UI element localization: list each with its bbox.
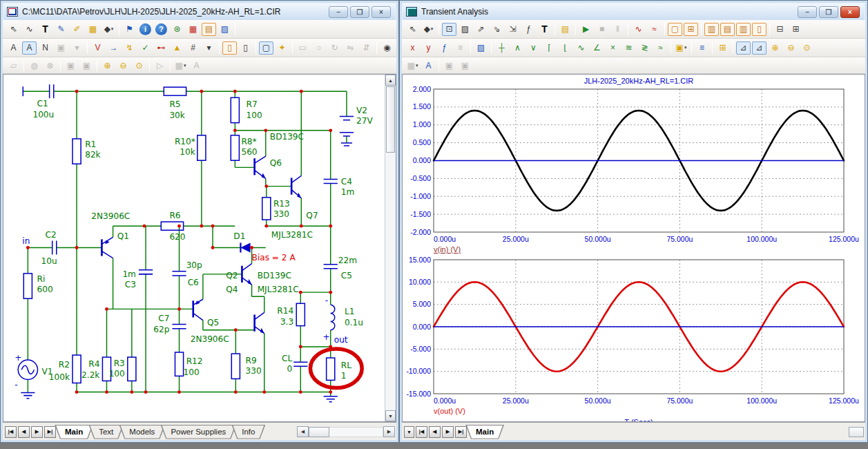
show-attribute-value-icon[interactable]: A [22,41,37,55]
cursor-high-icon[interactable]: ⌈ [542,41,557,55]
nav-first-icon[interactable]: |◀ [5,426,17,438]
plot-pane-single-icon[interactable]: ▯ [752,23,766,36]
rotate-icon[interactable]: ↻ [327,41,342,55]
web-update-icon[interactable]: ⊛ [170,23,184,36]
find-icon[interactable]: ◉ [380,41,394,55]
align-cursors-icon[interactable]: ≡ [453,41,467,55]
plot-pane-vertical-icon[interactable]: ▥ [704,23,719,36]
paste-menu-arrow[interactable]: ▾ [70,41,84,55]
show-pin-connections-icon[interactable]: ⊷ [154,41,168,55]
scroll-left-icon[interactable]: ◀ [297,426,309,437]
pause-button[interactable]: ‖ [610,23,625,36]
tab-main[interactable]: Main [55,425,93,439]
cursor-valley-icon[interactable]: ∨ [526,41,541,55]
cursor-slope-icon[interactable]: ∠ [590,41,604,55]
show-currents-icon[interactable]: → [106,41,121,55]
new-text-page-icon[interactable]: ▯ [238,41,253,55]
select-tool[interactable]: ⇖ [6,23,21,36]
scale-mode-icon[interactable]: ⇗ [474,23,488,36]
x-axis-cursor-icon[interactable]: x [405,41,420,55]
schematic-drawing[interactable]: C1100uR530kR182kR7100V227VR10*10kR8*560B… [3,75,385,421]
properties-icon[interactable]: ✦ [275,41,289,55]
flag-tool[interactable]: ⚑ [122,23,137,36]
nav-prev-icon[interactable]: ◀ [18,426,30,438]
notes-icon[interactable]: ▨ [218,23,232,36]
restore-button[interactable]: ❐ [819,6,838,18]
properties-icon[interactable]: ▤ [558,23,572,36]
box-icon[interactable]: ▭ [296,41,310,55]
numeric-output-icon[interactable]: ⊞ [715,41,730,55]
collapse-panels-icon[interactable]: ⊟ [773,23,787,36]
wire-mode-tool[interactable]: ∿ [22,23,37,36]
minimize-button[interactable]: – [798,6,817,18]
select-tool[interactable]: ⇖ [405,23,420,36]
show-attribute-text-icon[interactable]: A [6,41,21,55]
zoom-out-icon[interactable]: ⊖ [116,59,131,72]
transient-plots[interactable]: 2.0001.5001.0000.5000.000-0.500-1.000-1.… [403,75,865,421]
circle-icon[interactable]: ○ [311,41,326,55]
y-axis-cursor-icon[interactable]: y [421,41,436,55]
plot-pane-split-icon[interactable]: ▥ [736,23,751,36]
flip-x-icon[interactable]: ⇋ [343,41,358,55]
nav-first-icon[interactable]: |◀ [416,426,427,438]
scrollbar-track[interactable] [385,153,396,410]
bill-of-materials-icon[interactable]: ▦ [186,23,200,36]
plot-area[interactable]: 2.0001.5001.0000.5000.000-0.500-1.000-1.… [402,74,865,422]
close-info-icon[interactable]: ⊗ [43,59,57,72]
stop-button[interactable]: ■ [595,23,609,36]
fx-mode-icon[interactable]: ƒ [521,23,536,36]
bus-tool[interactable]: ▦ [86,23,100,36]
send-back-icon[interactable]: ▣ [79,59,94,72]
scroll-right-icon[interactable]: ▶ [383,426,395,437]
show-node-numbers-icon[interactable]: N [38,41,52,55]
font-icon[interactable]: A [421,59,436,72]
zoom-100-icon[interactable]: ⊙ [800,41,814,55]
font-icon[interactable]: A [189,59,204,72]
close-button[interactable]: × [840,6,860,18]
cursor-left-icon[interactable]: ⊿ [736,41,751,55]
schematic-window-icon[interactable] [7,7,18,17]
minimize-button[interactable]: – [329,6,348,18]
scroll-up-icon[interactable]: ▲ [385,75,396,86]
cursor-global-low-icon[interactable]: ≷ [637,41,652,55]
schematic-horizontal-scrollbar[interactable]: ◀ ▶ [297,426,395,438]
nav-next-icon[interactable]: ▶ [442,426,454,438]
flip-y-icon[interactable]: ⇵ [359,41,374,55]
show-node-voltages-icon[interactable]: V [90,41,105,55]
grid-menu-arrow[interactable]: ▾ [202,41,216,55]
restore-button[interactable]: ❐ [350,6,369,18]
close-button[interactable]: × [372,6,391,18]
cursor-peak-icon[interactable]: ∧ [510,41,525,55]
schematic-canvas[interactable]: C1100uR530kR182kR7100V227VR10*10kR8*560B… [3,74,396,422]
scrollbar-thumb[interactable] [309,427,329,437]
shape-menu-tool[interactable]: ◆▾ [421,23,436,36]
pin-define-tool[interactable]: ✐ [70,23,84,36]
tab-main[interactable]: Main [465,425,504,439]
zoom-100-icon[interactable]: ⊙ [132,59,146,72]
zoom-in-icon[interactable]: ⊕ [768,41,782,55]
run-button[interactable]: ▶ [579,23,593,36]
expand-panels-icon[interactable]: ⊞ [789,23,803,36]
fx-cursor-icon[interactable]: ƒ [437,41,452,55]
cursor-envelope-icon[interactable]: ≈ [653,41,668,55]
graph-pan-mode-icon[interactable]: ▨ [458,23,472,36]
analysis-window-icon[interactable] [406,7,417,17]
ruler-icon[interactable]: ▢ [668,23,682,36]
warning-icon[interactable]: ▲ [170,41,184,55]
bring-front-icon[interactable]: ▣ [442,59,456,72]
shape-menu-tool[interactable]: ◆▾ [102,23,116,36]
page-flip-icon[interactable]: ▷ [153,59,167,72]
zoom-in-icon[interactable]: ⊕ [100,59,115,72]
cursor-mode-icon[interactable]: ⇘ [490,23,504,36]
plot-pane-horizontal-icon[interactable]: ▤ [720,23,735,36]
point-info-icon[interactable]: ◍ [27,59,41,72]
text-tool[interactable]: T [38,23,52,36]
scrollbar-track[interactable] [329,427,383,437]
point-tag-mode-icon[interactable]: ⇲ [505,23,520,36]
tab-power-supplies[interactable]: Power Supplies [160,425,236,439]
scroll-down-icon[interactable]: ▼ [385,410,396,421]
help-icon[interactable]: ? [155,23,167,35]
data-points-icon[interactable]: ∿ [631,23,646,36]
schematic-titlebar[interactable]: C:\MC11\DATA\Petrov\JLH\JLH-2025\JLH-202… [3,3,396,20]
cursor-low-icon[interactable]: ⌊ [558,41,572,55]
